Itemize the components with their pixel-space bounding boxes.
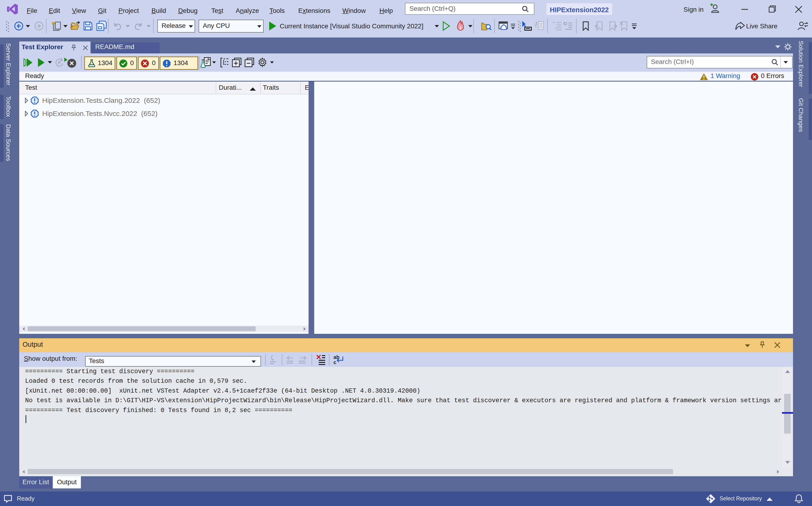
- svg-text:c: c: [333, 359, 336, 365]
